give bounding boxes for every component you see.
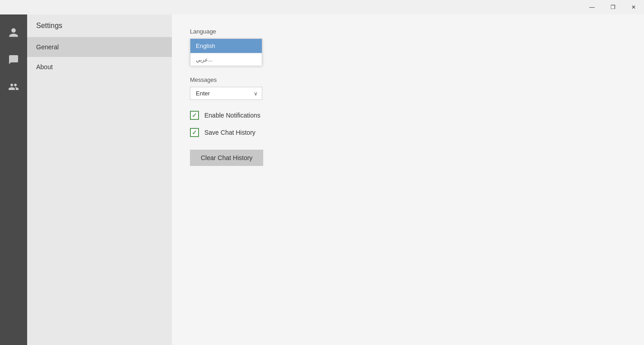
title-bar: — ❐ ✕ <box>0 0 644 14</box>
minimize-button[interactable]: — <box>582 0 602 14</box>
nav-item-about[interactable]: About <box>27 57 172 77</box>
sidebar-item-contacts[interactable] <box>0 73 27 100</box>
enable-notifications-row: ✓ Enable Notifications <box>190 111 626 120</box>
language-option-english[interactable]: English <box>190 39 262 53</box>
enable-notifications-label: Enable Notifications <box>204 112 260 119</box>
content-area: Language English عربي... Messages Enter … <box>172 14 644 345</box>
messages-select[interactable]: Enter Ctrl+Enter <box>190 87 262 100</box>
save-chat-history-checkbox[interactable]: ✓ <box>190 128 199 137</box>
settings-title: Settings <box>27 14 172 37</box>
save-chat-history-checkmark: ✓ <box>192 129 197 136</box>
app-container: Settings General About Language English … <box>0 14 644 345</box>
language-dropdown[interactable]: English عربي... <box>190 38 262 66</box>
close-button[interactable]: ✕ <box>623 0 644 14</box>
nav-sidebar: Settings General About <box>27 14 172 345</box>
save-chat-history-label: Save Chat History <box>204 129 256 136</box>
messages-select-wrapper: Enter Ctrl+Enter ∨ <box>190 87 262 100</box>
checkbox-section: ✓ Enable Notifications ✓ Save Chat Histo… <box>190 111 626 137</box>
enable-notifications-checkmark: ✓ <box>192 112 197 118</box>
messages-section: Messages Enter Ctrl+Enter ∨ <box>190 76 626 100</box>
language-dropdown-box[interactable]: English عربي... <box>190 38 262 66</box>
messages-label: Messages <box>190 76 626 83</box>
language-option-arabic[interactable]: عربي... <box>190 53 262 66</box>
sidebar-item-profile[interactable] <box>0 19 27 46</box>
sidebar-item-chat[interactable] <box>0 46 27 73</box>
nav-item-general[interactable]: General <box>27 37 172 57</box>
clear-chat-history-button[interactable]: Clear Chat History <box>190 150 263 166</box>
language-section: Language English عربي... <box>190 28 626 66</box>
maximize-button[interactable]: ❐ <box>602 0 623 14</box>
language-label: Language <box>190 28 626 35</box>
save-chat-history-row: ✓ Save Chat History <box>190 128 626 137</box>
enable-notifications-checkbox[interactable]: ✓ <box>190 111 199 120</box>
icon-sidebar <box>0 14 27 345</box>
